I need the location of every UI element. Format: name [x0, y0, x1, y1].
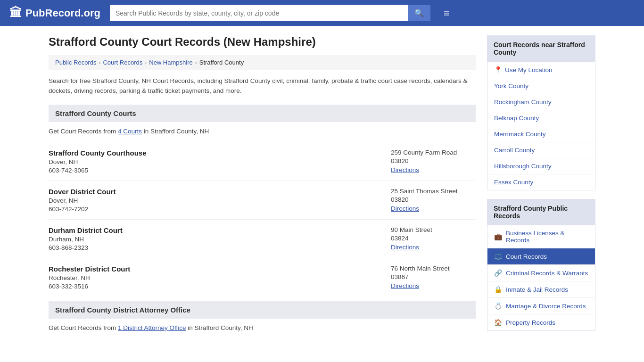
sidebar-county-1[interactable]: Rockingham County — [487, 94, 595, 110]
lock-icon: 🔒 — [494, 286, 502, 293]
use-location-label: Use My Location — [505, 66, 553, 74]
breadcrumb: Public Records › Court Records › New Ham… — [49, 55, 476, 70]
location-icon: 📍 — [494, 66, 502, 74]
breadcrumb-court-records[interactable]: Court Records — [103, 59, 142, 66]
sidebar-county-link-2[interactable]: Belknap County — [487, 110, 595, 126]
main-content: Strafford County Court Records (New Hamp… — [49, 35, 476, 339]
court-phone-2: 603-868-2323 — [49, 244, 381, 251]
sidebar-record-label-1: Court Records — [506, 253, 547, 260]
sidebar-record-1[interactable]: ⚖️ Court Records — [487, 248, 595, 265]
sidebar-record-link-4[interactable]: 💍 Marriage & Divorce Records — [487, 298, 595, 314]
sidebar-nearby-list: 📍 Use My Location York County Rockingham… — [487, 62, 595, 190]
court-left-1: Dover District Court Dover, NH 603-742-7… — [49, 188, 381, 213]
sidebar-record-link-0[interactable]: 💼 Business Licenses & Records — [487, 225, 595, 248]
sidebar-county-5[interactable]: Hillsborough County — [487, 158, 595, 174]
court-right-0: 259 County Farm Road 03820 Directions — [381, 149, 476, 174]
da-section: Strafford County District Attorney Offic… — [49, 301, 476, 331]
sidebar-county-link-1[interactable]: Rockingham County — [487, 94, 595, 110]
sidebar-records-header: Strafford County Public Records — [487, 199, 595, 225]
da-count-link[interactable]: 1 District Attorney Office — [118, 324, 186, 331]
sidebar-record-link-5[interactable]: 🏠 Property Records — [487, 314, 595, 330]
court-name-0: Strafford County Courthouse — [49, 149, 381, 157]
sidebar-record-label-2: Criminal Records & Warrants — [506, 270, 588, 277]
sidebar-county-link-3[interactable]: Merrimack County — [487, 126, 595, 142]
sidebar-record-link-2[interactable]: 🔗 Criminal Records & Warrants — [487, 265, 595, 281]
search-input[interactable] — [110, 5, 408, 21]
sidebar-record-link-3[interactable]: 🔒 Inmate & Jail Records — [487, 281, 595, 297]
court-entry-2: Durham District Court Durham, NH 603-868… — [49, 220, 476, 258]
sidebar-record-label-5: Property Records — [506, 319, 555, 326]
court-address-3: 76 North Main Street — [391, 265, 476, 272]
court-name-1: Dover District Court — [49, 188, 381, 196]
da-section-description: Get Court Records from 1 District Attorn… — [49, 324, 476, 331]
sidebar-record-label-3: Inmate & Jail Records — [506, 286, 568, 293]
sidebar-use-location-item[interactable]: 📍 Use My Location — [487, 62, 595, 78]
directions-link-2[interactable]: Directions — [391, 244, 419, 251]
courts-count-link[interactable]: 4 Courts — [118, 128, 142, 135]
court-entry-1: Dover District Court Dover, NH 603-742-7… — [49, 181, 476, 220]
sidebar-records-list: 💼 Business Licenses & Records ⚖️ Court R… — [487, 225, 595, 331]
directions-link-1[interactable]: Directions — [391, 205, 419, 212]
page-description: Search for free Strafford County, NH Cou… — [49, 76, 476, 96]
sidebar-record-4[interactable]: 💍 Marriage & Divorce Records — [487, 298, 595, 314]
sidebar-record-0[interactable]: 💼 Business Licenses & Records — [487, 225, 595, 248]
sidebar-county-link-6[interactable]: Essex County — [487, 174, 595, 190]
sidebar-record-link-1[interactable]: ⚖️ Court Records — [487, 248, 595, 264]
sidebar-county-link-4[interactable]: Carroll County — [487, 142, 595, 158]
sidebar-record-label-0: Business Licenses & Records — [506, 230, 588, 244]
court-zip-3: 03867 — [391, 273, 476, 280]
search-button[interactable]: 🔍 — [408, 5, 430, 21]
menu-button[interactable]: ≡ — [444, 7, 450, 19]
sidebar-record-3[interactable]: 🔒 Inmate & Jail Records — [487, 281, 595, 298]
sidebar-county-0[interactable]: York County — [487, 78, 595, 94]
sidebar-record-2[interactable]: 🔗 Criminal Records & Warrants — [487, 265, 595, 281]
search-form: 🔍 — [110, 5, 430, 21]
court-city-0: Dover, NH — [49, 158, 381, 165]
breadcrumb-sep-1: › — [99, 59, 100, 66]
court-city-1: Dover, NH — [49, 197, 381, 204]
court-left-2: Durham District Court Durham, NH 603-868… — [49, 226, 381, 251]
sidebar-county-2[interactable]: Belknap County — [487, 110, 595, 126]
site-logo[interactable]: 🏛 PubRecord.org — [9, 6, 100, 20]
court-address-1: 25 Saint Thomas Street — [391, 188, 476, 195]
sidebar-county-6[interactable]: Essex County — [487, 174, 595, 190]
court-right-1: 25 Saint Thomas Street 03820 Directions — [381, 188, 476, 213]
breadcrumb-public-records[interactable]: Public Records — [55, 59, 96, 66]
court-entry-3: Rochester District Court Rochester, NH 6… — [49, 258, 476, 296]
court-phone-3: 603-332-3516 — [49, 283, 381, 290]
building-icon: 🏛 — [9, 6, 22, 20]
court-zip-0: 03820 — [391, 157, 476, 165]
court-name-3: Rochester District Court — [49, 265, 381, 273]
court-address-2: 90 Main Street — [391, 226, 476, 233]
courts-section-description: Get Court Records from 4 Courts in Straf… — [49, 128, 476, 135]
use-location-link[interactable]: 📍 Use My Location — [487, 62, 595, 78]
sidebar-county-link-5[interactable]: Hillsborough County — [487, 158, 595, 174]
sidebar-county-3[interactable]: Merrimack County — [487, 126, 595, 142]
site-header: 🏛 PubRecord.org 🔍 ≡ — [0, 0, 644, 26]
briefcase-icon: 💼 — [494, 233, 502, 240]
court-right-2: 90 Main Street 03824 Directions — [381, 226, 476, 251]
main-container: Strafford County Court Records (New Hamp… — [39, 26, 605, 348]
court-city-3: Rochester, NH — [49, 274, 381, 281]
court-zip-1: 03820 — [391, 196, 476, 203]
court-address-0: 259 County Farm Road — [391, 149, 476, 156]
sidebar-county-link-0[interactable]: York County — [487, 78, 595, 94]
court-entry-0: Strafford County Courthouse Dover, NH 60… — [49, 142, 476, 181]
breadcrumb-sep-3: › — [195, 59, 197, 66]
court-left-0: Strafford County Courthouse Dover, NH 60… — [49, 149, 381, 174]
breadcrumb-new-hampshire[interactable]: New Hampshire — [149, 59, 192, 66]
house-icon: 🏠 — [494, 319, 502, 326]
sidebar-record-label-4: Marriage & Divorce Records — [506, 303, 586, 310]
hamburger-icon: ≡ — [444, 7, 450, 19]
court-zip-2: 03824 — [391, 235, 476, 242]
courts-section-header: Strafford County Courts — [49, 105, 476, 122]
court-city-2: Durham, NH — [49, 236, 381, 243]
court-phone-1: 603-742-7202 — [49, 206, 381, 213]
directions-link-0[interactable]: Directions — [391, 166, 419, 173]
sidebar-record-5[interactable]: 🏠 Property Records — [487, 314, 595, 330]
court-left-3: Rochester District Court Rochester, NH 6… — [49, 265, 381, 290]
court-right-3: 76 North Main Street 03867 Directions — [381, 265, 476, 290]
sidebar-county-4[interactable]: Carroll County — [487, 142, 595, 158]
page-title: Strafford County Court Records (New Hamp… — [49, 35, 476, 49]
directions-link-3[interactable]: Directions — [391, 282, 419, 289]
